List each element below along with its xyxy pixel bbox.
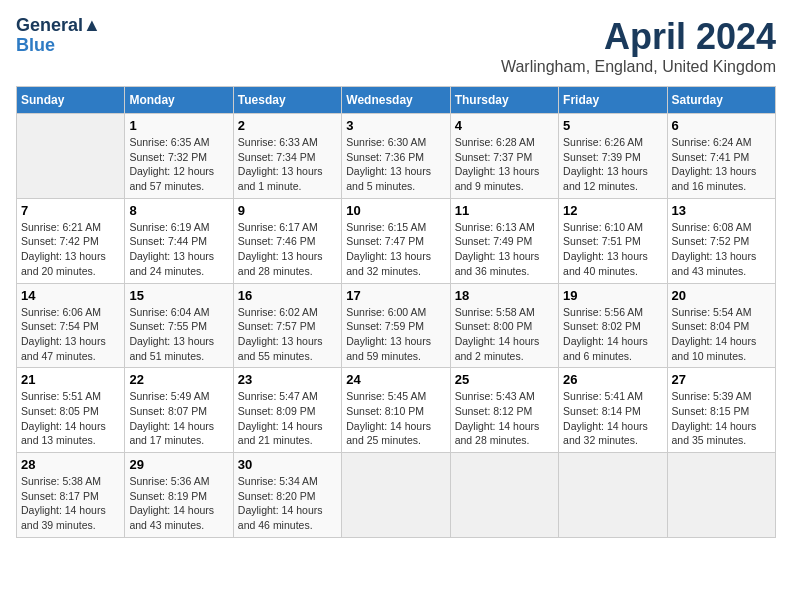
day-number: 29 <box>129 457 228 472</box>
calendar-cell: 17Sunrise: 6:00 AMSunset: 7:59 PMDayligh… <box>342 283 450 368</box>
day-info: Sunrise: 5:38 AMSunset: 8:17 PMDaylight:… <box>21 474 120 533</box>
day-info: Sunrise: 5:43 AMSunset: 8:12 PMDaylight:… <box>455 389 554 448</box>
day-info: Sunrise: 6:08 AMSunset: 7:52 PMDaylight:… <box>672 220 771 279</box>
day-info: Sunrise: 6:15 AMSunset: 7:47 PMDaylight:… <box>346 220 445 279</box>
calendar-cell: 29Sunrise: 5:36 AMSunset: 8:19 PMDayligh… <box>125 453 233 538</box>
day-info: Sunrise: 6:33 AMSunset: 7:34 PMDaylight:… <box>238 135 337 194</box>
calendar-cell: 12Sunrise: 6:10 AMSunset: 7:51 PMDayligh… <box>559 198 667 283</box>
location-title: Warlingham, England, United Kingdom <box>501 58 776 76</box>
day-number: 26 <box>563 372 662 387</box>
day-info: Sunrise: 6:10 AMSunset: 7:51 PMDaylight:… <box>563 220 662 279</box>
calendar-cell: 11Sunrise: 6:13 AMSunset: 7:49 PMDayligh… <box>450 198 558 283</box>
calendar-cell <box>667 453 775 538</box>
day-number: 30 <box>238 457 337 472</box>
day-info: Sunrise: 6:06 AMSunset: 7:54 PMDaylight:… <box>21 305 120 364</box>
day-number: 28 <box>21 457 120 472</box>
day-number: 17 <box>346 288 445 303</box>
day-info: Sunrise: 5:47 AMSunset: 8:09 PMDaylight:… <box>238 389 337 448</box>
day-info: Sunrise: 5:36 AMSunset: 8:19 PMDaylight:… <box>129 474 228 533</box>
day-info: Sunrise: 6:24 AMSunset: 7:41 PMDaylight:… <box>672 135 771 194</box>
calendar-cell <box>342 453 450 538</box>
calendar-cell: 30Sunrise: 5:34 AMSunset: 8:20 PMDayligh… <box>233 453 341 538</box>
day-number: 12 <box>563 203 662 218</box>
calendar-cell: 1Sunrise: 6:35 AMSunset: 7:32 PMDaylight… <box>125 114 233 199</box>
calendar-cell: 6Sunrise: 6:24 AMSunset: 7:41 PMDaylight… <box>667 114 775 199</box>
day-number: 5 <box>563 118 662 133</box>
calendar-cell: 14Sunrise: 6:06 AMSunset: 7:54 PMDayligh… <box>17 283 125 368</box>
day-number: 11 <box>455 203 554 218</box>
day-info: Sunrise: 6:19 AMSunset: 7:44 PMDaylight:… <box>129 220 228 279</box>
day-number: 2 <box>238 118 337 133</box>
logo-general: General <box>16 15 83 35</box>
calendar-cell: 15Sunrise: 6:04 AMSunset: 7:55 PMDayligh… <box>125 283 233 368</box>
day-info: Sunrise: 6:02 AMSunset: 7:57 PMDaylight:… <box>238 305 337 364</box>
day-number: 13 <box>672 203 771 218</box>
logo-blue: Blue <box>16 35 55 55</box>
col-header-sunday: Sunday <box>17 87 125 114</box>
day-number: 20 <box>672 288 771 303</box>
day-info: Sunrise: 6:17 AMSunset: 7:46 PMDaylight:… <box>238 220 337 279</box>
day-info: Sunrise: 6:13 AMSunset: 7:49 PMDaylight:… <box>455 220 554 279</box>
day-info: Sunrise: 6:26 AMSunset: 7:39 PMDaylight:… <box>563 135 662 194</box>
day-number: 9 <box>238 203 337 218</box>
calendar-cell: 22Sunrise: 5:49 AMSunset: 8:07 PMDayligh… <box>125 368 233 453</box>
title-block: April 2024 Warlingham, England, United K… <box>501 16 776 76</box>
page-header: General▲ Blue April 2024 Warlingham, Eng… <box>16 16 776 76</box>
calendar-cell: 16Sunrise: 6:02 AMSunset: 7:57 PMDayligh… <box>233 283 341 368</box>
day-info: Sunrise: 6:04 AMSunset: 7:55 PMDaylight:… <box>129 305 228 364</box>
day-info: Sunrise: 5:39 AMSunset: 8:15 PMDaylight:… <box>672 389 771 448</box>
calendar-cell: 4Sunrise: 6:28 AMSunset: 7:37 PMDaylight… <box>450 114 558 199</box>
calendar-cell: 23Sunrise: 5:47 AMSunset: 8:09 PMDayligh… <box>233 368 341 453</box>
day-info: Sunrise: 6:28 AMSunset: 7:37 PMDaylight:… <box>455 135 554 194</box>
day-info: Sunrise: 5:58 AMSunset: 8:00 PMDaylight:… <box>455 305 554 364</box>
col-header-thursday: Thursday <box>450 87 558 114</box>
calendar-cell <box>17 114 125 199</box>
calendar-cell: 7Sunrise: 6:21 AMSunset: 7:42 PMDaylight… <box>17 198 125 283</box>
day-info: Sunrise: 6:35 AMSunset: 7:32 PMDaylight:… <box>129 135 228 194</box>
calendar-cell: 27Sunrise: 5:39 AMSunset: 8:15 PMDayligh… <box>667 368 775 453</box>
day-info: Sunrise: 5:45 AMSunset: 8:10 PMDaylight:… <box>346 389 445 448</box>
col-header-tuesday: Tuesday <box>233 87 341 114</box>
day-info: Sunrise: 5:51 AMSunset: 8:05 PMDaylight:… <box>21 389 120 448</box>
calendar-cell: 5Sunrise: 6:26 AMSunset: 7:39 PMDaylight… <box>559 114 667 199</box>
day-number: 1 <box>129 118 228 133</box>
day-number: 14 <box>21 288 120 303</box>
calendar-cell: 8Sunrise: 6:19 AMSunset: 7:44 PMDaylight… <box>125 198 233 283</box>
day-info: Sunrise: 6:21 AMSunset: 7:42 PMDaylight:… <box>21 220 120 279</box>
calendar-cell: 9Sunrise: 6:17 AMSunset: 7:46 PMDaylight… <box>233 198 341 283</box>
day-number: 15 <box>129 288 228 303</box>
day-info: Sunrise: 5:41 AMSunset: 8:14 PMDaylight:… <box>563 389 662 448</box>
day-number: 4 <box>455 118 554 133</box>
day-number: 22 <box>129 372 228 387</box>
calendar-cell: 13Sunrise: 6:08 AMSunset: 7:52 PMDayligh… <box>667 198 775 283</box>
day-number: 10 <box>346 203 445 218</box>
col-header-saturday: Saturday <box>667 87 775 114</box>
calendar-cell: 20Sunrise: 5:54 AMSunset: 8:04 PMDayligh… <box>667 283 775 368</box>
calendar-table: SundayMondayTuesdayWednesdayThursdayFrid… <box>16 86 776 538</box>
day-number: 3 <box>346 118 445 133</box>
day-number: 27 <box>672 372 771 387</box>
col-header-wednesday: Wednesday <box>342 87 450 114</box>
day-info: Sunrise: 6:30 AMSunset: 7:36 PMDaylight:… <box>346 135 445 194</box>
day-number: 7 <box>21 203 120 218</box>
day-info: Sunrise: 6:00 AMSunset: 7:59 PMDaylight:… <box>346 305 445 364</box>
day-number: 24 <box>346 372 445 387</box>
calendar-cell: 3Sunrise: 6:30 AMSunset: 7:36 PMDaylight… <box>342 114 450 199</box>
day-info: Sunrise: 5:54 AMSunset: 8:04 PMDaylight:… <box>672 305 771 364</box>
calendar-cell: 10Sunrise: 6:15 AMSunset: 7:47 PMDayligh… <box>342 198 450 283</box>
calendar-cell <box>559 453 667 538</box>
calendar-cell: 28Sunrise: 5:38 AMSunset: 8:17 PMDayligh… <box>17 453 125 538</box>
day-number: 23 <box>238 372 337 387</box>
logo: General▲ Blue <box>16 16 101 56</box>
col-header-monday: Monday <box>125 87 233 114</box>
day-number: 18 <box>455 288 554 303</box>
calendar-cell: 18Sunrise: 5:58 AMSunset: 8:00 PMDayligh… <box>450 283 558 368</box>
day-number: 19 <box>563 288 662 303</box>
day-number: 6 <box>672 118 771 133</box>
calendar-cell: 2Sunrise: 6:33 AMSunset: 7:34 PMDaylight… <box>233 114 341 199</box>
day-info: Sunrise: 5:49 AMSunset: 8:07 PMDaylight:… <box>129 389 228 448</box>
col-header-friday: Friday <box>559 87 667 114</box>
day-number: 16 <box>238 288 337 303</box>
day-number: 25 <box>455 372 554 387</box>
day-number: 8 <box>129 203 228 218</box>
